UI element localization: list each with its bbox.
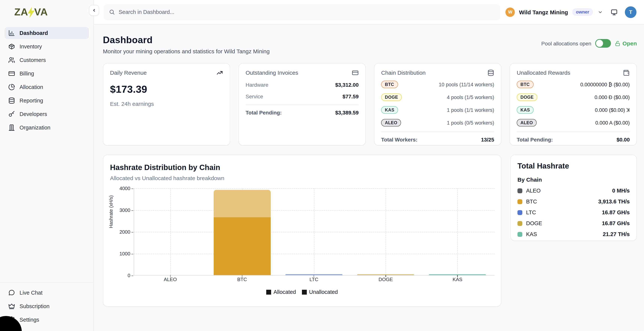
chart-title: Hashrate Distribution by Chain — [110, 163, 494, 172]
sidebar-nav: Dashboard Inventory Customers Billing — [0, 24, 94, 137]
invoice-row: Hardware $3,312.00 — [246, 82, 358, 88]
chain-badge: BTC — [381, 81, 398, 88]
daily-revenue-value: $173.39 — [110, 84, 223, 95]
chain-badge: DOGE — [517, 93, 537, 101]
search-icon — [109, 9, 115, 15]
chain-badge: ALEO — [517, 119, 536, 126]
role-badge: owner — [572, 8, 593, 16]
trending-up-icon — [216, 69, 223, 76]
building-icon — [8, 124, 15, 131]
lightning-bolt-icon — [27, 7, 35, 18]
daily-revenue-caption: Est. 24h earnings — [110, 101, 223, 107]
org-name: Wild Tangz Mining — [519, 9, 568, 15]
pool-status-text: Open — [622, 40, 637, 46]
card-title: Unallocated Rewards — [517, 69, 570, 76]
sidebar-item-allocation[interactable]: Allocation — [4, 81, 89, 93]
sidebar-item-inventory[interactable]: Inventory — [4, 40, 89, 52]
card-title: Daily Revenue — [110, 69, 147, 76]
logo[interactable]: ZA VA — [0, 0, 94, 24]
card-title: Chain Distribution — [381, 69, 426, 76]
y-tick: 0 — [128, 273, 134, 278]
unallocated-rewards-card: Unallocated Rewards BTC 0.00000000 ₿ ($0… — [510, 63, 637, 146]
sidebar-item-dashboard[interactable]: Dashboard — [4, 27, 89, 39]
chevron-left-icon — [92, 8, 96, 12]
reward-row: KAS 0.000 ($0.00) ꓘ — [517, 105, 630, 114]
hashrate-row: BTC 3,913.6 TH/s — [518, 199, 630, 205]
sidebar-item-label: Billing — [20, 70, 34, 76]
daily-revenue-card: Daily Revenue $173.39 Est. 24h earnings — [103, 63, 230, 146]
pool-allocations-control: Pool allocations open Open — [541, 39, 637, 48]
chain-color-dot — [518, 221, 522, 226]
chain-badge: KAS — [381, 106, 398, 114]
topbar-right: W Wild Tangz Mining owner T — [506, 6, 637, 18]
sidebar-item-label: Dashboard — [20, 30, 48, 36]
legend-item-allocated: Allocated — [266, 289, 296, 295]
y-tick: 4000 — [120, 186, 134, 191]
total-hashrate-card: Total Hashrate By Chain ALEO 0 MH/s BTC … — [510, 155, 637, 241]
pool-toggle-label: Pool allocations open — [541, 40, 591, 46]
invoices-total-row: Total Pending: $3,389.59 — [246, 110, 358, 116]
sidebar-item-billing[interactable]: Billing — [4, 67, 89, 79]
hashrate-row: ALEO 0 MH/s — [518, 188, 630, 194]
sidebar-item-developers[interactable]: Developers — [4, 108, 89, 120]
chain-color-dot — [518, 199, 522, 204]
chain-color-dot — [518, 232, 522, 237]
database-icon — [488, 69, 494, 76]
main-content: Dashboard Monitor your mining operations… — [94, 24, 644, 331]
wallet-icon — [623, 69, 630, 76]
legend-swatch — [266, 290, 271, 295]
hashrate-chart-card: Hashrate Distribution by Chain Allocated… — [103, 155, 501, 307]
sidebar-item-label: Live Chat — [20, 290, 42, 296]
sidebar-item-subscription[interactable]: Subscription — [4, 300, 89, 312]
sidebar-item-label: Allocation — [20, 84, 43, 90]
logo-text-right: VA — [34, 6, 48, 18]
y-axis-label: Hashrate (xH/s) — [108, 195, 114, 228]
sidebar-item-label: Inventory — [20, 43, 42, 49]
sidebar-item-label: Reporting — [20, 98, 43, 104]
x-tick: LTC — [310, 277, 318, 282]
chain-badge: ALEO — [381, 119, 401, 126]
by-chain-label: By Chain — [518, 176, 630, 183]
chain-row: ALEO 1 pools (0/5 workers) — [381, 118, 494, 127]
card-title: Outstanding Invoices — [246, 69, 298, 76]
invoice-row: Service $77.59 — [246, 93, 358, 99]
reward-row: ALEO 0.000 A ($0.00) — [517, 118, 630, 127]
chain-distribution-card: Chain Distribution BTC 10 pools (11/14 w… — [374, 63, 501, 146]
sidebar-item-organization[interactable]: Organization — [4, 122, 89, 134]
sidebar-item-reporting[interactable]: Reporting — [4, 95, 89, 107]
sidebar-item-live-chat[interactable]: Live Chat — [4, 287, 89, 299]
hashrate-row: KAS 21.27 TH/s — [518, 231, 630, 237]
sidebar-item-customers[interactable]: Customers — [4, 54, 89, 66]
chevron-down-icon[interactable] — [598, 9, 603, 14]
search-input[interactable] — [119, 9, 466, 15]
users-icon — [8, 57, 15, 63]
chain-color-dot — [518, 210, 522, 215]
y-tick: 1000 — [120, 251, 134, 257]
workers-total-row: Total Workers: 13/25 — [381, 137, 494, 143]
legend-swatch — [302, 290, 307, 295]
package-icon — [8, 43, 15, 50]
chain-badge: BTC — [517, 81, 534, 88]
y-tick: 2000 — [120, 229, 134, 235]
crown-icon — [8, 303, 15, 310]
sidebar-item-label: Customers — [20, 57, 46, 63]
pie-chart-icon — [8, 84, 15, 90]
app-root: ZA VA Dashboard Inventory — [0, 0, 644, 331]
hashrate-row: DOGE 16.87 GH/s — [518, 220, 630, 226]
reward-row: BTC 0.00000000 ₿ ($0.00) — [517, 80, 630, 89]
chart-subtitle: Allocated vs Unallocated hashrate breakd… — [110, 175, 494, 181]
monitor-icon[interactable] — [610, 8, 618, 15]
topbar: W Wild Tangz Mining owner T — [94, 0, 644, 24]
chart-legend: Allocated Unallocated — [103, 289, 501, 295]
y-tick: 3000 — [120, 207, 134, 213]
chart-plot-area: 0 1000 2000 3000 4000 — [134, 188, 494, 276]
sidebar-collapse-button[interactable] — [89, 5, 99, 16]
bar-chart-icon — [8, 30, 15, 36]
search-bar[interactable] — [104, 4, 500, 20]
bar-btc[interactable] — [214, 190, 270, 275]
pool-allocations-toggle[interactable] — [595, 39, 611, 48]
user-avatar[interactable]: T — [625, 6, 636, 18]
org-avatar[interactable]: W — [506, 7, 515, 17]
sidebar-item-label: Organization — [20, 125, 50, 131]
chain-color-dot — [518, 188, 522, 193]
